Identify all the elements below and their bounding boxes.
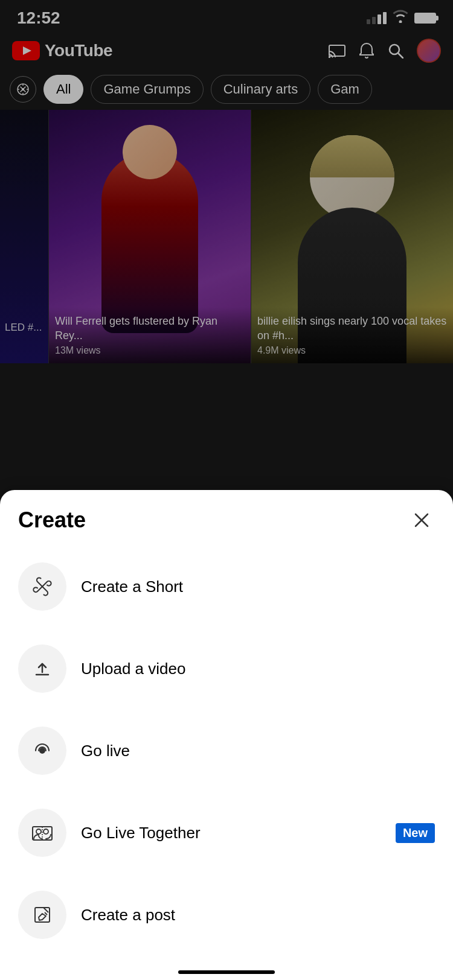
videos-area: LED #... Will Ferrell gets flustered by … bbox=[0, 110, 453, 363]
live-together-icon-circle bbox=[18, 809, 66, 857]
search-icon[interactable] bbox=[388, 43, 403, 59]
short-icon-circle bbox=[18, 562, 66, 611]
menu-item-live-together[interactable]: Go Live Together New bbox=[0, 792, 453, 874]
svg-line-5 bbox=[398, 53, 403, 58]
live-icon bbox=[31, 742, 53, 760]
upload-icon bbox=[33, 659, 52, 678]
live-together-label: Go Live Together bbox=[81, 824, 381, 842]
svg-point-14 bbox=[41, 749, 44, 752]
chip-game-grumps[interactable]: Game Grumps bbox=[91, 75, 203, 104]
video-3-overlay: billie eilish sings nearly 100 vocal tak… bbox=[251, 307, 453, 363]
status-bar: 12:52 bbox=[0, 0, 453, 33]
menu-item-short[interactable]: Create a Short bbox=[0, 546, 453, 628]
wifi-icon bbox=[393, 10, 408, 27]
live-label: Go live bbox=[81, 742, 435, 760]
signal-strength-icon bbox=[367, 12, 387, 24]
category-chips-bar: All Game Grumps Culinary arts Gam bbox=[0, 69, 453, 110]
logo[interactable]: YouTube bbox=[12, 41, 112, 60]
svg-line-20 bbox=[45, 912, 47, 915]
chip-culinary-arts[interactable]: Culinary arts bbox=[211, 75, 310, 104]
status-time: 12:52 bbox=[17, 8, 60, 28]
scissors-icon bbox=[33, 577, 52, 596]
create-sheet-header: Create bbox=[0, 507, 453, 546]
video-thumb-2[interactable]: Will Ferrell gets flustered by Ryan Rey.… bbox=[48, 110, 251, 363]
header-icons bbox=[329, 39, 441, 63]
video-thumb-1[interactable]: LED #... bbox=[0, 110, 48, 363]
notifications-icon[interactable] bbox=[359, 42, 374, 59]
close-button[interactable] bbox=[408, 507, 435, 533]
youtube-logo-icon bbox=[12, 41, 40, 60]
post-icon-circle bbox=[18, 891, 66, 939]
svg-point-16 bbox=[36, 829, 41, 834]
upload-label: Upload a video bbox=[81, 660, 435, 678]
status-icons bbox=[367, 10, 436, 27]
upload-icon-circle bbox=[18, 644, 66, 693]
video-thumb-3[interactable]: billie eilish sings nearly 100 vocal tak… bbox=[251, 110, 453, 363]
svg-point-17 bbox=[43, 829, 48, 834]
app-header: YouTube bbox=[0, 33, 453, 69]
avatar-image bbox=[418, 40, 440, 62]
avatar[interactable] bbox=[417, 39, 441, 63]
live-together-icon bbox=[31, 823, 53, 842]
new-badge: New bbox=[396, 823, 435, 843]
post-label: Create a post bbox=[81, 906, 435, 924]
menu-item-post[interactable]: Create a post bbox=[0, 874, 453, 956]
video-2-overlay: Will Ferrell gets flustered by Ryan Rey.… bbox=[49, 307, 251, 363]
create-sheet: Create Create a Short Upload a video bbox=[0, 490, 453, 980]
short-label: Create a Short bbox=[81, 578, 435, 596]
close-icon bbox=[413, 512, 430, 529]
menu-item-live[interactable]: Go live bbox=[0, 710, 453, 792]
cast-icon[interactable] bbox=[329, 43, 345, 58]
svg-point-7 bbox=[22, 88, 24, 91]
chip-all[interactable]: All bbox=[43, 75, 83, 104]
home-indicator bbox=[178, 970, 275, 974]
svg-rect-2 bbox=[329, 45, 345, 56]
chip-gaming[interactable]: Gam bbox=[318, 75, 372, 104]
youtube-logo-text: YouTube bbox=[45, 41, 112, 60]
explore-chip[interactable] bbox=[10, 76, 36, 103]
battery-icon bbox=[414, 13, 436, 24]
live-icon-circle bbox=[18, 727, 66, 775]
create-title: Create bbox=[18, 508, 86, 533]
post-icon bbox=[33, 905, 52, 924]
menu-item-upload[interactable]: Upload a video bbox=[0, 628, 453, 710]
